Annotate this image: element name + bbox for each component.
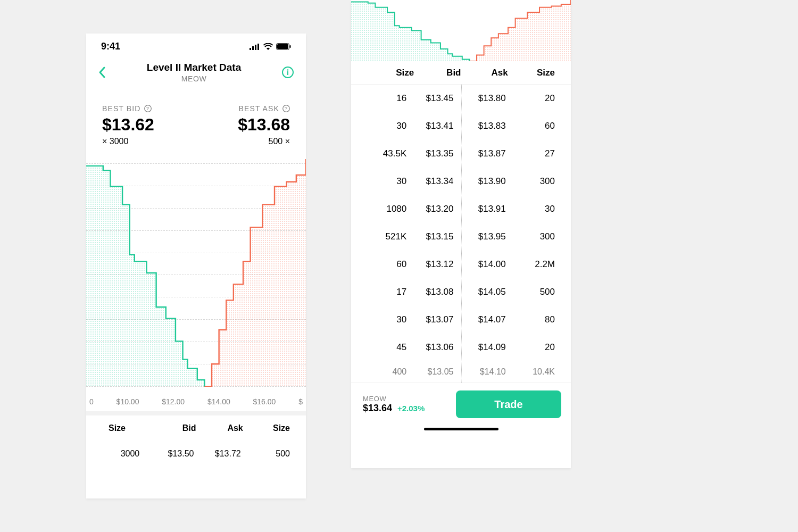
nav-bar: Level II Market Data MEOW xyxy=(86,52,306,85)
bid-price: $13.08 xyxy=(414,287,461,297)
ask-size: 10.4K xyxy=(508,367,555,377)
svg-rect-6 xyxy=(290,45,291,48)
axis-tick: $10.00 xyxy=(117,397,139,406)
best-bid-ask-panel: BEST BID ? $13.62 × 3000 BEST ASK ? xyxy=(86,85,306,156)
bid-price: $13.05 xyxy=(414,367,461,377)
depth-chart[interactable]: 0 $10.00 $12.00 $14.00 $16.00 $ xyxy=(86,159,306,409)
svg-rect-3 xyxy=(257,44,259,50)
bid-price: $13.20 xyxy=(414,204,461,214)
bid-size: 30 xyxy=(367,176,414,187)
status-time: 9:41 xyxy=(101,41,120,52)
orderbook-body[interactable]: 16$13.45$13.8020 30$13.41$13.8360 43.5K$… xyxy=(351,85,571,383)
bid-price: $13.06 xyxy=(414,342,461,353)
bid-size: 3000 xyxy=(102,449,149,459)
signal-icon xyxy=(250,44,260,50)
battery-icon xyxy=(276,43,291,50)
page-subtitle: MEOW xyxy=(106,74,281,83)
ask-price: $14.07 xyxy=(461,314,508,325)
svg-rect-9 xyxy=(287,71,288,75)
ask-size: 2.2M xyxy=(508,259,555,270)
bid-size: 1080 xyxy=(367,204,414,214)
ask-price: $13.90 xyxy=(461,176,508,187)
bid-price: $13.12 xyxy=(414,259,461,270)
svg-rect-1 xyxy=(252,46,254,50)
col-ask-size: Size xyxy=(243,423,290,433)
axis-tick: $ xyxy=(298,397,303,406)
ask-size: 27 xyxy=(508,148,555,159)
ask-price: $13.72 xyxy=(196,449,243,459)
col-ask-size: Size xyxy=(508,68,555,78)
best-bid-col: BEST BID ? $13.62 × 3000 xyxy=(102,104,154,146)
chart-x-axis: 0 $10.00 $12.00 $14.00 $16.00 $ xyxy=(86,397,306,406)
ask-size: 20 xyxy=(508,93,555,104)
depth-chart-mini[interactable] xyxy=(351,0,571,61)
home-indicator[interactable] xyxy=(424,428,498,430)
best-ask-label: BEST ASK xyxy=(239,104,279,113)
info-button[interactable] xyxy=(281,66,294,79)
best-bid-help[interactable]: ? xyxy=(144,105,152,112)
ask-size: 500 xyxy=(243,449,290,459)
svg-rect-5 xyxy=(277,44,288,49)
ask-size: 20 xyxy=(508,342,555,353)
depth-chart-mini-svg xyxy=(351,0,571,61)
col-ask: Ask xyxy=(461,68,508,78)
ask-price: $14.05 xyxy=(461,287,508,297)
bid-size: 45 xyxy=(367,342,414,353)
trade-footer: MEOW $13.64 +2.03% Trade xyxy=(351,383,571,423)
page-title: Level II Market Data xyxy=(106,62,281,73)
ask-price: $13.87 xyxy=(461,148,508,159)
svg-text:?: ? xyxy=(146,106,149,111)
axis-tick: 0 xyxy=(89,397,94,406)
best-ask-help[interactable]: ? xyxy=(282,105,290,112)
ask-price: $14.10 xyxy=(461,367,508,377)
best-bid-price: $13.62 xyxy=(102,115,154,135)
ask-price: $13.80 xyxy=(461,93,508,104)
info-icon xyxy=(281,66,294,79)
bid-price: $13.41 xyxy=(414,121,461,131)
footer-change: +2.03% xyxy=(397,404,425,413)
col-bid: Bid xyxy=(414,68,461,78)
col-ask: Ask xyxy=(196,423,243,433)
bid-size: 521K xyxy=(367,231,414,242)
bid-price: $13.34 xyxy=(414,176,461,187)
ask-size: 60 xyxy=(508,121,555,131)
bid-price: $13.45 xyxy=(414,93,461,104)
bid-size: 400 xyxy=(367,367,414,377)
ask-size: 30 xyxy=(508,204,555,214)
orderbook-mid-divider xyxy=(461,85,462,383)
svg-rect-0 xyxy=(250,48,251,50)
bid-price: $13.50 xyxy=(149,449,196,459)
col-bid: Bid xyxy=(149,423,196,433)
svg-point-8 xyxy=(287,69,289,71)
bid-price: $13.35 xyxy=(414,148,461,159)
best-bid-qty: × 3000 xyxy=(102,137,154,146)
status-icons xyxy=(250,43,291,50)
ask-price: $13.83 xyxy=(461,121,508,131)
best-ask-qty: 500 × xyxy=(238,137,290,146)
bid-price: $13.07 xyxy=(414,314,461,325)
orderbook-header: Size Bid Ask Size xyxy=(86,415,306,441)
axis-tick: $12.00 xyxy=(162,397,185,406)
axis-tick: $14.00 xyxy=(207,397,230,406)
best-ask-col: BEST ASK ? $13.68 500 × xyxy=(238,104,290,146)
bid-size: 30 xyxy=(367,121,414,131)
ask-size: 300 xyxy=(508,176,555,187)
trade-button-label: Trade xyxy=(494,398,522,411)
ask-price: $13.95 xyxy=(461,231,508,242)
best-bid-label: BEST BID xyxy=(102,104,141,113)
level2-screen: 9:41 Le xyxy=(86,34,306,498)
ask-price: $14.00 xyxy=(461,259,508,270)
ask-price: $13.91 xyxy=(461,204,508,214)
col-bid-size: Size xyxy=(367,68,414,78)
trade-button[interactable]: Trade xyxy=(456,390,561,418)
back-button[interactable] xyxy=(98,66,106,79)
ask-price: $14.09 xyxy=(461,342,508,353)
help-icon: ? xyxy=(144,105,152,112)
footer-symbol: MEOW xyxy=(363,395,425,403)
bid-size: 17 xyxy=(367,287,414,297)
orderbook-header: Size Bid Ask Size xyxy=(351,61,571,85)
depth-chart-svg xyxy=(86,159,306,387)
section-divider xyxy=(86,411,306,415)
orderbook-row: 3000 $13.50 $13.72 500 xyxy=(86,441,306,467)
bid-size: 30 xyxy=(367,314,414,325)
